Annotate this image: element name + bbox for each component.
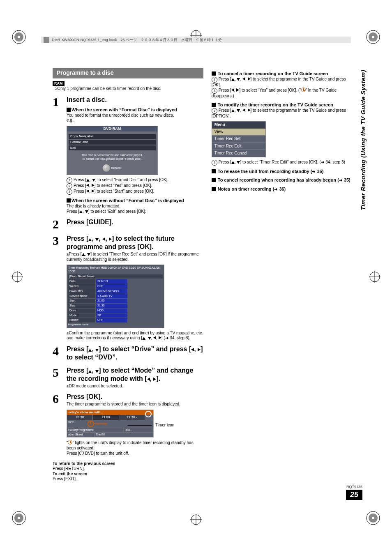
exit-text: Press [EXIT]. [53, 477, 203, 482]
guide-cell: Holi... [124, 428, 153, 433]
down-arrow-icon [85, 210, 88, 213]
modify-c1: 1Press [, , , ] to select the programme … [212, 108, 355, 119]
osd-message: This disc is not formatted and cannot be… [69, 151, 156, 164]
step-2-head: Press [GUIDE]. [67, 218, 203, 226]
book-icon [44, 37, 49, 43]
format-explain: You need to format the unrecorded disc s… [67, 113, 203, 118]
guide-snippet-wrapper: oday's show we will... 20:30 21:00 21:30… [67, 410, 203, 438]
down-arrow-icon [92, 179, 95, 182]
svg-point-8 [18, 517, 20, 519]
step-3-note: ≥Press [, ] to select “Timer Rec Set” an… [67, 252, 203, 262]
timer-icon [68, 440, 72, 444]
crop-mark-icon [12, 271, 23, 283]
reg-mark-icon [366, 30, 380, 44]
modify-timer-heading: To modify the timer recording on the TV … [212, 102, 355, 108]
step-5-note: ≥DR mode cannot be selected. [67, 384, 203, 389]
reg-mark-icon [366, 511, 380, 525]
step1-sub2: 2Press [, ] to select “Yes” and press [O… [67, 183, 203, 189]
right-column: To cancel a timer recording on the TV Gu… [212, 68, 367, 482]
option-menu: Menu View Timer Rec Set Timer Rec Edit T… [212, 121, 266, 157]
timer-icon [301, 88, 306, 92]
menu-item-selected: View [212, 129, 265, 136]
noformat-2: Press [, ] to select “Exit” and press [O… [67, 209, 203, 214]
osd-return: ○ RETURN [69, 163, 156, 173]
step1-sub1: 1Press [, ] to select “Format Disc” and … [67, 177, 203, 183]
step6-post1: “” lights on the unit's display to indic… [67, 440, 203, 451]
return-heading: To return to the previous screen [53, 461, 115, 466]
osd-title: DVD-RAM [67, 126, 157, 131]
right-arrow-icon [92, 184, 95, 187]
tv-guide-snippet: oday's show we will... 20:30 21:00 21:30… [67, 410, 154, 438]
step-6-note: The timer programme is stored and the ti… [67, 402, 203, 407]
notes-heading: Notes on timer recording ( 36) [212, 187, 355, 192]
guide-cell: Hard Cop [86, 420, 153, 428]
step-6: 6 Press [OK]. The timer programme is sto… [53, 393, 203, 456]
left-column: Programme to a disc RAM ≥Only 1 programm… [53, 68, 203, 482]
return-coin-icon: ○ [103, 164, 110, 172]
progname: [Prog. Name] News [68, 274, 163, 279]
up-arrow-icon [79, 210, 83, 213]
step-5-head: Press [, ] to select “Mode” and change t… [67, 366, 203, 383]
step-2: 2 Press [GUIDE]. [53, 218, 203, 230]
guide-time: 21:30 - [119, 415, 145, 420]
timer-osd-header: Timer Recording Remain HDD 209:09 SP DVD… [68, 266, 163, 274]
step-6-head: Press [OK]. [67, 393, 203, 401]
one-programme-note: ≥Only 1 programme can be set to timer re… [53, 86, 203, 92]
ram-badge: RAM [53, 81, 65, 86]
step-number: 6 [53, 393, 62, 456]
step-number: 1 [53, 96, 62, 214]
guide-time: 21:00 [93, 415, 119, 420]
page-number: 25 [346, 490, 362, 500]
exit-heading: To exit the screen [53, 472, 87, 476]
crop-mark-icon [369, 271, 380, 283]
timer-rows: DateSUN 1/1 WeeklyOFF FavouritesAll DVB … [68, 279, 163, 322]
step-5: 5 Press [, ] to select “Mode” and change… [53, 366, 203, 389]
step-3-head: Press [, , , ] to select the future prog… [67, 235, 203, 251]
format-disc-sub: When the screen with “Format Disc” is di… [67, 107, 203, 113]
step-number: 4 [53, 345, 62, 362]
guide-cell: ation Street [67, 433, 95, 437]
osd-item: Format Disc [69, 140, 156, 145]
cancel-recording-heading: To cancel recording when recording has a… [212, 177, 355, 183]
header-text: DMR-XW300GN-RQT9135-1_eng.book 25 ページ ２０… [52, 37, 222, 43]
step-3: 3 Press [, , , ] to select the future pr… [53, 235, 203, 341]
osd-item: Exit [69, 145, 156, 150]
guide-time: 20:30 [67, 415, 93, 420]
guide-cell: The Bill [95, 433, 153, 437]
square-bullet-icon [67, 108, 71, 112]
timer-icon [145, 411, 152, 417]
cancel-c2: 2Press [, ] to select “Yes” and press [O… [212, 88, 355, 99]
page-footer: RQT9135 25 [346, 485, 362, 500]
step-4: 4 Press [, ] to select “Drive” and press… [53, 345, 203, 362]
svg-point-11 [372, 517, 374, 519]
timer-icon-label: Timer icon [155, 423, 174, 428]
square-bullet-icon [67, 198, 71, 203]
progname-label: Programme Name [68, 323, 163, 327]
disc-badge-row: RAM [53, 81, 203, 87]
cancel-c1: 1Press [, , , ] to select the programme … [212, 77, 355, 88]
noformat-1: The disc is already formatted. [67, 204, 203, 209]
step1-sub3: 3Press [, ] to select “Start” and press … [67, 189, 203, 195]
content-area: Programme to a disc RAM ≥Only 1 programm… [53, 68, 367, 506]
return-exit-block: To return to the previous screen Press [… [53, 461, 203, 482]
step-1: 1 Insert a disc. When the screen with “F… [53, 96, 203, 214]
guide-title: oday's show we will... [67, 410, 153, 415]
print-header: DMR-XW300GN-RQT9135-1_eng.book 25 ページ ２０… [41, 37, 351, 43]
format-disc-osd: DVD-RAM Copy Navigator Format Disc Exit … [67, 126, 158, 175]
section-heading: Programme to a disc [53, 68, 203, 78]
crop-mark-icon [190, 514, 202, 525]
right-arrow-icon [92, 189, 95, 193]
return-text: Press [RETURN]. [53, 466, 203, 472]
menu-item: Timer Rec Edit [212, 143, 265, 150]
reg-mark-icon [12, 511, 26, 525]
release-standby-heading: To release the unit from recording stand… [212, 169, 355, 175]
svg-point-2 [18, 36, 20, 38]
cancel-timer-heading: To cancel a timer recording on the TV Gu… [212, 71, 355, 77]
step-number: 2 [53, 218, 62, 230]
menu-header: Menu [212, 122, 265, 129]
step3-confirm: ≥Confirm the programme (start and end ti… [67, 331, 203, 341]
step6-post2: Press [ DVD] to turn the unit off. [67, 451, 203, 456]
menu-item: Timer Rec Set [212, 135, 265, 143]
callout-line [127, 425, 152, 426]
modify-c2: 2Press [, ] to select “Timer Rec Edit” a… [212, 160, 355, 166]
